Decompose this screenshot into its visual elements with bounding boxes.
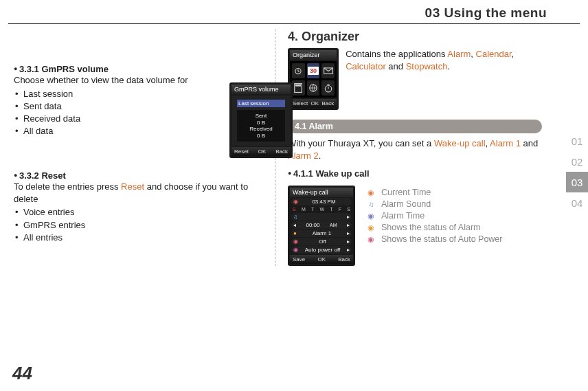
right-column: 4. Organizer Organizer 30: [275, 30, 550, 266]
org-cell-calc: [292, 80, 305, 96]
screen-text: 0 B: [240, 120, 282, 126]
dot-icon: ◉: [293, 238, 298, 245]
list-332: Voice entries GmPRS entries All entries: [14, 206, 268, 244]
org-cell-world: [307, 80, 320, 96]
bell-icon: ●: [293, 230, 297, 236]
page-header: 03 Using the menu: [0, 0, 588, 23]
alarm-icon: ◉: [366, 211, 376, 221]
legend-text: Alarm Sound: [381, 199, 431, 209]
heading-332: 3.3.2 Reset: [14, 170, 268, 181]
org-cell-calendar: 30: [307, 63, 320, 78]
screen-text: 03:43 PM: [312, 199, 335, 205]
calculator-icon: [294, 83, 302, 93]
power-icon: ◉: [366, 234, 376, 244]
softkey-right: Back: [275, 148, 288, 155]
heading-411: 4.1.1 Wake up call: [288, 168, 550, 179]
status-icon: ◉: [366, 223, 376, 232]
note-icon: ♫: [366, 199, 376, 209]
softkey-mid: OK: [317, 256, 326, 262]
legend: ◉Current Time ♫Alarm Sound ◉Alarm Time ◉…: [366, 186, 503, 246]
day: T: [311, 207, 314, 212]
softkey-right: Back: [338, 256, 350, 262]
softkey-left: Select: [293, 100, 308, 107]
day: S: [347, 207, 350, 212]
legend-text: Alarm Time: [381, 211, 425, 221]
clock-icon: ◉: [293, 199, 298, 205]
legend-text: Shows the status of Auto Power: [381, 234, 503, 244]
chevron-left-icon: ◂: [293, 222, 296, 228]
screen-text: Sent: [240, 113, 282, 120]
softkey-mid: OK: [311, 100, 319, 107]
softkey-mid: OK: [258, 148, 267, 155]
softkey-left: Reset: [234, 148, 249, 155]
org-cell-mail: [321, 63, 335, 78]
chevron-right-icon: ▸: [347, 247, 350, 253]
clock-icon: [293, 66, 303, 76]
stopwatch-icon: [324, 83, 333, 93]
screen-title: Organizer: [290, 50, 337, 60]
chevron-right-icon: ▸: [347, 230, 350, 236]
screenshot-organizer: Organizer 30: [288, 48, 339, 110]
list-item: Voice entries: [14, 206, 268, 219]
screenshot-wakeup: Wake-up call ◉03:43 PM S M T W T F S ♫▸ …: [288, 186, 355, 266]
note-icon: ♫: [293, 214, 297, 220]
screenshot-gmprs: GmPRS volume Last session Sent 0 B Recei…: [229, 82, 293, 158]
day: F: [339, 207, 341, 212]
softkey-right: Back: [321, 100, 334, 107]
list-item: All entries: [14, 232, 268, 244]
list-item: GmPRS entries: [14, 219, 268, 232]
clock-icon: ◉: [366, 188, 376, 197]
heading-331: 3.3.1 GmPRS volume: [14, 64, 268, 74]
svg-rect-3: [295, 85, 301, 87]
screen-row: Last session: [237, 100, 285, 107]
globe-icon: [308, 83, 318, 93]
alarm-intro: With your Thuraya XT, you can set a Wake…: [288, 137, 550, 161]
legend-text: Current Time: [381, 188, 431, 197]
day: S: [293, 207, 296, 212]
tab-03[interactable]: 03: [566, 172, 588, 192]
softkey-left: Save: [293, 256, 305, 262]
chevron-right-icon: ▸: [347, 222, 350, 228]
screen-text: 0 B: [240, 133, 282, 139]
org-cell-stopwatch: [321, 80, 335, 96]
side-tabs: 01 02 03 04: [566, 131, 588, 213]
screen-title: GmPRS volume: [231, 85, 291, 94]
organizer-description: Contains the applications Alarm, Calenda…: [346, 48, 550, 72]
day: W: [319, 207, 324, 212]
day: M: [302, 207, 306, 212]
link-reset: Reset: [121, 181, 144, 192]
screen-title: Wake-up call: [290, 188, 353, 197]
page-number: 44: [12, 363, 32, 384]
envelope-icon: [324, 67, 333, 74]
heading-organizer: 4. Organizer: [288, 30, 550, 44]
day: T: [330, 207, 332, 212]
tab-02[interactable]: 02: [566, 151, 588, 172]
heading-41-alarm: 4.1 Alarm: [288, 120, 542, 133]
legend-text: Shows the status of Alarm: [381, 223, 481, 232]
power-icon: ◉: [293, 247, 298, 253]
tab-01[interactable]: 01: [566, 131, 588, 151]
org-cell-alarm: [292, 63, 305, 78]
tab-04[interactable]: 04: [566, 192, 588, 213]
chevron-right-icon: ▸: [347, 238, 350, 245]
chevron-right-icon: ▸: [347, 214, 350, 220]
screen-text: Received: [240, 126, 282, 133]
text-332: To delete the entries press Reset and ch…: [14, 181, 268, 205]
